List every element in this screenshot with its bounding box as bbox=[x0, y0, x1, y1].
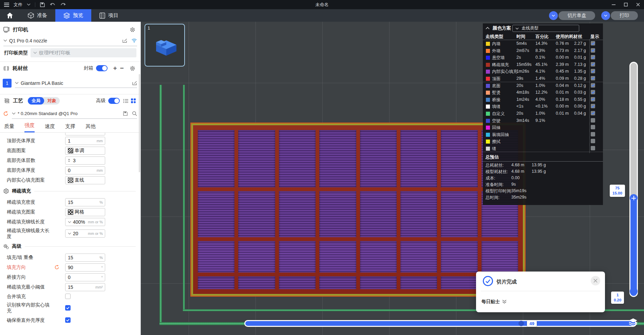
maximize-button[interactable] bbox=[620, 0, 632, 9]
filament-slot-number[interactable]: 1 bbox=[3, 79, 12, 88]
edit-icon[interactable] bbox=[132, 80, 137, 86]
reset-icon[interactable] bbox=[54, 265, 59, 270]
chevron-down-icon[interactable] bbox=[27, 3, 31, 6]
param-input[interactable]: 15% bbox=[65, 254, 105, 262]
tab-project[interactable]: 项目 bbox=[91, 9, 127, 22]
param-checkbox[interactable] bbox=[65, 317, 71, 323]
scope-global[interactable]: 全局 bbox=[28, 97, 44, 105]
filament-settings-gear-icon[interactable] bbox=[130, 66, 135, 71]
layer-slider-bottom-handle[interactable] bbox=[630, 287, 638, 295]
line-type-visibility-checkbox[interactable] bbox=[591, 55, 595, 59]
param-checkbox[interactable] bbox=[65, 305, 71, 311]
wifi-icon[interactable] bbox=[131, 38, 137, 43]
tab-preview[interactable]: 预览 bbox=[55, 9, 91, 22]
view-mode-dropdown[interactable]: 走线类型 bbox=[512, 25, 579, 32]
layer-slider[interactable] bbox=[629, 62, 638, 297]
line-type-swatch bbox=[486, 105, 490, 109]
layers-view-icon[interactable] bbox=[628, 318, 638, 327]
param-input[interactable]: 15mm² bbox=[65, 283, 105, 291]
tab-quality[interactable]: 质量 bbox=[4, 123, 14, 132]
close-button[interactable] bbox=[632, 0, 644, 9]
line-type-visibility-checkbox[interactable] bbox=[591, 111, 595, 115]
param-select[interactable]: 20mm or % bbox=[65, 229, 105, 238]
param-input[interactable]: 0° bbox=[65, 273, 105, 281]
redo-icon[interactable] bbox=[60, 2, 66, 7]
line-type-visibility-checkbox[interactable] bbox=[591, 104, 595, 108]
line-type-name: 填缝 bbox=[492, 104, 500, 110]
notification-close-icon[interactable] bbox=[591, 276, 600, 285]
line-type-visibility-checkbox[interactable] bbox=[591, 118, 595, 123]
tab-support[interactable]: 支撑 bbox=[65, 123, 75, 132]
model-cell bbox=[481, 241, 518, 272]
line-type-visibility-checkbox[interactable] bbox=[591, 69, 595, 73]
process-preset-dropdown[interactable]: * 0.20mm Standard @Q1 Pro bbox=[12, 108, 137, 119]
hamburger-menu-icon[interactable] bbox=[4, 3, 9, 7]
slice-dropdown-button[interactable] bbox=[549, 11, 558, 20]
slice-button[interactable]: 切片单盘 bbox=[558, 11, 595, 20]
param-pattern-select[interactable]: 单调 bbox=[65, 147, 105, 155]
pattern-icon bbox=[68, 148, 73, 153]
remove-filament-button[interactable]: − bbox=[118, 65, 125, 71]
param-pattern-select[interactable]: 网格 bbox=[65, 208, 105, 216]
line-type-visibility-checkbox[interactable] bbox=[591, 146, 595, 150]
tab-others[interactable]: 其他 bbox=[86, 123, 96, 132]
param-input[interactable]: 90° bbox=[65, 263, 105, 272]
reset-icon[interactable] bbox=[3, 111, 8, 116]
daily-tips[interactable]: 每日贴士 bbox=[481, 299, 507, 305]
box-toggle[interactable] bbox=[96, 65, 108, 71]
collapse-icon[interactable] bbox=[486, 27, 490, 30]
print-dropdown-button[interactable] bbox=[601, 11, 610, 20]
advanced-toggle[interactable] bbox=[108, 98, 120, 104]
line-type-visibility-checkbox[interactable] bbox=[591, 139, 595, 143]
totals-weight: 13.95 g bbox=[532, 169, 546, 174]
tab-prepare[interactable]: 准备 bbox=[20, 9, 55, 22]
save-icon[interactable] bbox=[40, 2, 45, 7]
print-button[interactable]: 打印 bbox=[611, 11, 638, 20]
plate-thumbnail[interactable]: 1 bbox=[145, 24, 185, 67]
totals-value: 9s bbox=[511, 182, 516, 187]
search-icon[interactable] bbox=[132, 111, 137, 116]
save-preset-icon[interactable] bbox=[123, 111, 128, 116]
tab-speed[interactable]: 速度 bbox=[45, 123, 55, 132]
line-type-visibility-checkbox[interactable] bbox=[591, 83, 595, 88]
scope-object[interactable]: 对象 bbox=[44, 98, 60, 104]
3d-viewport[interactable]: 1 颜色方案 走线类型 走线类型 时间 百分比 使用的耗材丝 显示 内墙5m4s bbox=[141, 22, 644, 335]
line-type-visibility-checkbox[interactable] bbox=[591, 76, 595, 80]
line-type-swatch bbox=[486, 112, 490, 116]
line-type-visibility-checkbox[interactable] bbox=[591, 90, 595, 94]
param-row: 稀疏填充铆线最大长度20mm or % bbox=[0, 227, 140, 240]
param-spinner[interactable]: 3 bbox=[65, 156, 105, 165]
undo-icon[interactable] bbox=[50, 2, 56, 7]
line-type-visibility-checkbox[interactable] bbox=[591, 48, 595, 53]
line-type-visibility-checkbox[interactable] bbox=[591, 62, 595, 67]
param-input[interactable]: 15% bbox=[65, 198, 105, 206]
line-type-visibility-checkbox[interactable] bbox=[591, 132, 595, 136]
minimize-button[interactable] bbox=[607, 0, 620, 9]
move-slider[interactable]: 49 bbox=[244, 320, 637, 327]
param-input[interactable]: 0mm bbox=[65, 166, 105, 174]
edit-icon[interactable] bbox=[122, 38, 127, 43]
param-select[interactable]: 400%mm or % bbox=[65, 218, 105, 226]
plate-type-dropdown[interactable]: 纹理PEI打印板 bbox=[31, 48, 136, 57]
totals-row: 准备时间:9s bbox=[483, 181, 603, 187]
model-cell bbox=[441, 241, 477, 272]
list-view-icon[interactable] bbox=[123, 99, 128, 103]
layer-slider-top-handle[interactable] bbox=[630, 194, 638, 202]
tab-strength[interactable]: 强度 bbox=[24, 122, 35, 132]
move-slider-handle[interactable] bbox=[518, 321, 524, 326]
param-checkbox[interactable] bbox=[65, 294, 71, 299]
sliced-model[interactable] bbox=[193, 125, 523, 294]
printer-settings-gear-icon[interactable] bbox=[130, 27, 135, 32]
line-type-visibility-checkbox[interactable] bbox=[591, 97, 595, 101]
printer-preset-dropdown[interactable]: Q1 Pro 0.4 nozzle bbox=[3, 35, 137, 46]
line-type-visibility-checkbox[interactable] bbox=[591, 125, 595, 129]
sidebar-scrollbar[interactable] bbox=[139, 74, 140, 172]
file-menu[interactable]: 文件 bbox=[14, 2, 22, 8]
line-type-visibility-checkbox[interactable] bbox=[591, 41, 595, 45]
add-filament-button[interactable]: + bbox=[112, 65, 118, 71]
home-button[interactable] bbox=[0, 9, 20, 22]
param-pattern-select[interactable]: 直线 bbox=[65, 176, 105, 184]
object-grid-icon[interactable] bbox=[131, 98, 136, 103]
param-input[interactable]: 1mm bbox=[65, 137, 105, 145]
filament-preset-dropdown[interactable]: Giantarm PLA Basic bbox=[15, 78, 137, 88]
